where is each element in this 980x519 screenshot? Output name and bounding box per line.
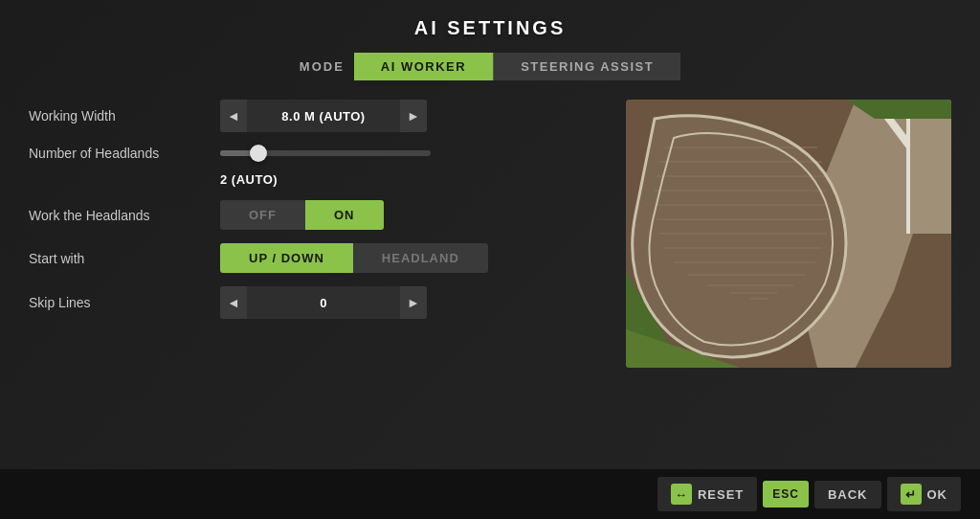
tab-steering-assist[interactable]: STEERING ASSIST [493,53,680,80]
working-width-label: Working Width [29,108,211,124]
skip-lines-right-arrow[interactable]: ► [400,286,427,319]
headlands-slider-track[interactable] [220,150,431,156]
start-with-headland-btn[interactable]: HEADLAND [353,243,488,273]
work-headlands-on-btn[interactable]: ON [305,200,384,230]
skip-lines-row: Skip Lines ◄ 0 ► [29,286,607,319]
back-button[interactable]: BACK [814,481,881,508]
working-width-left-arrow[interactable]: ◄ [220,100,247,132]
ok-button[interactable]: ↵ OK [887,477,962,511]
start-with-row: Start with UP / DOWN HEADLAND [29,243,607,273]
main-container: AI SETTINGS MODE AI WORKER STEERING ASSI… [0,0,980,469]
ok-icon: ↵ [901,484,922,505]
page-title: AI SETTINGS [29,17,951,39]
working-width-right-arrow[interactable]: ► [400,100,427,132]
mode-tabs: MODE AI WORKER STEERING ASSIST [29,53,951,80]
work-headlands-row: Work the Headlands OFF ON [29,200,607,230]
bottom-bar: ↔ RESET ESC BACK ↵ OK [0,469,980,519]
reset-label: RESET [698,487,744,502]
work-headlands-label: Work the Headlands [29,208,211,223]
headlands-value: 2 (AUTO) [29,172,278,187]
start-with-toggle: UP / DOWN HEADLAND [220,243,488,273]
headlands-slider-thumb[interactable] [250,145,267,162]
working-width-row: Working Width ◄ 8.0 M (AUTO) ► [29,100,607,132]
work-headlands-off-btn[interactable]: OFF [220,200,305,230]
skip-lines-value: 0 [247,286,400,319]
start-with-label: Start with [29,251,211,266]
headlands-label: Number of Headlands [29,146,211,161]
reset-icon: ↔ [671,484,692,505]
svg-rect-19 [908,100,951,234]
settings-panel: Working Width ◄ 8.0 M (AUTO) ► Number of… [29,100,607,460]
working-width-control: ◄ 8.0 M (AUTO) ► [220,100,427,132]
content-area: Working Width ◄ 8.0 M (AUTO) ► Number of… [29,100,951,460]
headlands-row: Number of Headlands 2 (AUTO) [29,146,607,187]
start-with-updown-btn[interactable]: UP / DOWN [220,243,353,273]
work-headlands-toggle: OFF ON [220,200,384,230]
map-preview [626,100,951,368]
skip-lines-control: ◄ 0 ► [220,286,427,319]
ok-label: OK [927,487,948,502]
reset-button[interactable]: ↔ RESET [657,477,757,511]
skip-lines-left-arrow[interactable]: ◄ [220,286,247,319]
back-label: BACK [828,487,868,502]
working-width-value: 8.0 M (AUTO) [247,100,400,132]
tab-ai-worker[interactable]: AI WORKER [354,53,493,80]
mode-label: MODE [300,59,345,74]
skip-lines-label: Skip Lines [29,295,211,310]
esc-label: ESC [763,481,809,508]
